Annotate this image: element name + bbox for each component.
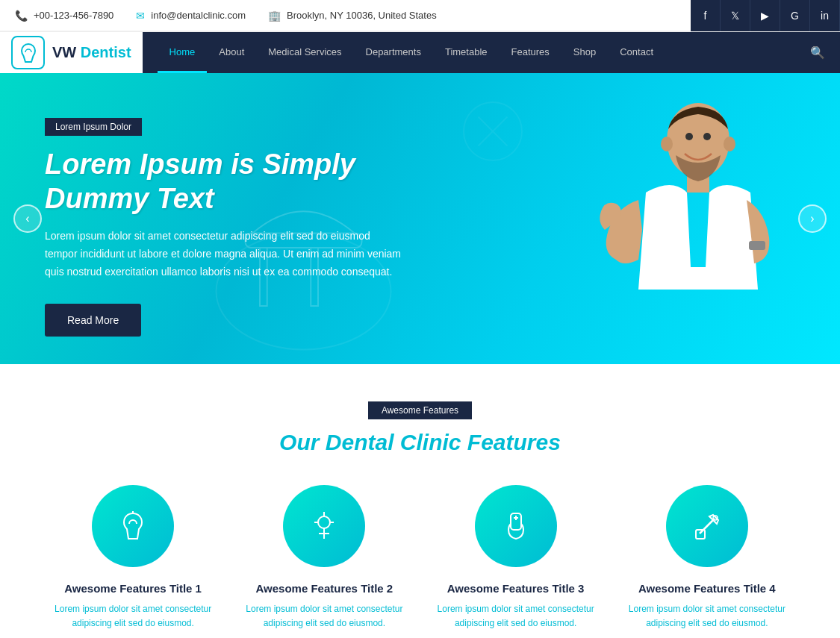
- feature-icon-2: [283, 485, 365, 567]
- feature-desc-1: Lorem ipsum dolor sit amet consectetur a…: [45, 602, 221, 631]
- feature-desc-2: Lorem ipsum dolor sit amet consectetur a…: [236, 602, 412, 631]
- feature-title-1: Awesome Features Title 1: [45, 582, 221, 595]
- svg-point-13: [318, 516, 330, 528]
- nav-medical-services[interactable]: Medical Services: [256, 32, 353, 73]
- location-icon: 🏢: [268, 10, 281, 22]
- youtube-icon[interactable]: ▶: [750, 0, 780, 31]
- hero-description: Lorem ipsum dolor sit amet consectetur a…: [45, 228, 403, 281]
- feature-desc-4: Lorem ipsum dolor sit amet consectetur a…: [619, 602, 795, 631]
- features-title: Our Dental Clinic Features: [45, 430, 795, 455]
- nav-shop[interactable]: Shop: [561, 32, 608, 73]
- features-section: Awesome Features Our Dental Clinic Featu…: [0, 364, 840, 638]
- hero-person-image: [556, 81, 795, 364]
- nav-contact[interactable]: Contact: [608, 32, 665, 73]
- feature-title-3: Awesome Features Title 3: [428, 582, 604, 595]
- nav-about[interactable]: About: [207, 32, 256, 73]
- feature-title-2: Awesome Features Title 2: [236, 582, 412, 595]
- feature-card-1: Awesome Features Title 1 Lorem ipsum dol…: [45, 485, 221, 638]
- phone-contact: 📞 +00-123-456-7890: [15, 10, 113, 22]
- svg-point-10: [685, 133, 693, 140]
- address-contact: 🏢 Brooklyn, NY 10036, United States: [268, 10, 437, 22]
- google-icon[interactable]: G: [780, 0, 810, 31]
- feature-icon-3: [475, 485, 557, 567]
- hero-title: Lorem Ipsum is Simply Dummy Text: [45, 148, 403, 216]
- email-icon: ✉: [136, 10, 145, 22]
- nav-features[interactable]: Features: [500, 32, 561, 73]
- navbar: VW Dentist Home About Medical Services D…: [0, 32, 840, 73]
- linkedin-icon[interactable]: in: [810, 0, 840, 31]
- logo-icon: [11, 36, 45, 69]
- feature-card-2: Awesome Features Title 2 Lorem ipsum dol…: [236, 485, 412, 638]
- feature-card-4: Awesome Features Title 4 Lorem ipsum dol…: [619, 485, 795, 638]
- email-contact: ✉ info@dentalclinic.com: [136, 10, 246, 22]
- svg-point-9: [724, 137, 735, 151]
- feature-card-3: Awesome Features Title 3 Lorem ipsum dol…: [428, 485, 604, 638]
- svg-point-11: [703, 133, 711, 140]
- next-slide-button[interactable]: ›: [798, 204, 827, 233]
- social-links: f 𝕏 ▶ G in: [691, 0, 840, 31]
- features-badge: Awesome Features: [368, 401, 472, 419]
- svg-line-22: [700, 519, 715, 534]
- hero-content: Lorem Ipsum Dolor Lorem Ipsum is Simply …: [0, 73, 448, 364]
- feature-desc-3: Lorem ipsum dolor sit amet consectetur a…: [428, 602, 604, 631]
- twitter-icon[interactable]: 𝕏: [721, 0, 750, 31]
- nav-timetable[interactable]: Timetable: [433, 32, 500, 73]
- feature-icon-1: [92, 485, 174, 567]
- features-grid: Awesome Features Title 1 Lorem ipsum dol…: [45, 485, 795, 638]
- svg-point-8: [661, 137, 673, 151]
- logo: VW Dentist: [0, 32, 143, 73]
- feature-title-4: Awesome Features Title 4: [619, 582, 795, 595]
- svg-rect-7: [749, 241, 765, 250]
- main-menu: Home About Medical Services Departments …: [158, 32, 665, 73]
- hero-tag: Lorem Ipsum Dolor: [45, 118, 142, 136]
- nav-home[interactable]: Home: [158, 32, 208, 73]
- phone-icon: 📞: [15, 10, 28, 22]
- nav-departments[interactable]: Departments: [354, 32, 433, 73]
- search-icon[interactable]: 🔍: [810, 46, 825, 60]
- facebook-icon[interactable]: f: [691, 0, 721, 31]
- hero-section: ‹ Lorem Ipsum Dolor Lorem Ipsum is Simpl…: [0, 73, 840, 364]
- prev-slide-button[interactable]: ‹: [13, 204, 42, 233]
- read-more-button[interactable]: Read More: [45, 304, 141, 337]
- svg-rect-23: [696, 530, 705, 539]
- feature-icon-4: [666, 485, 748, 567]
